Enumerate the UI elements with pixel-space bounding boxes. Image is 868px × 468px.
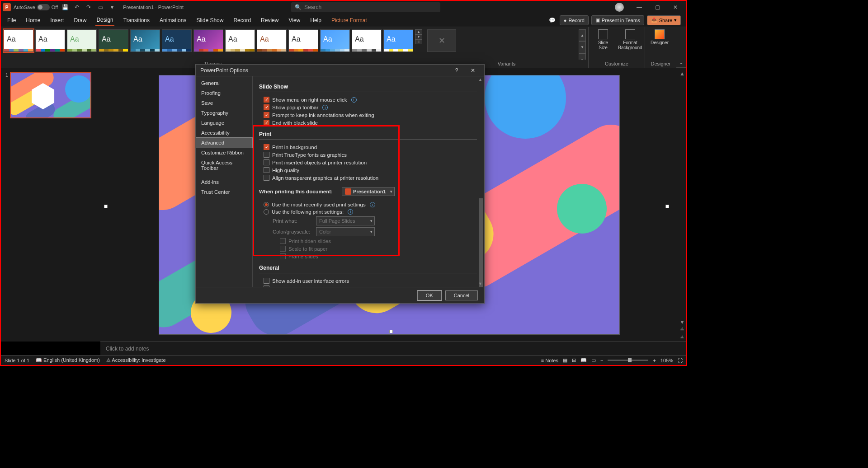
nav-trust[interactable]: Trust Center	[196, 187, 252, 197]
nav-language[interactable]: Language	[196, 118, 252, 128]
status-accessibility[interactable]: ⚠ Accessibility: Investigate	[106, 357, 166, 363]
dialog-scrollbar[interactable]: ▲ ▼	[477, 76, 484, 287]
zoom-slider[interactable]	[608, 360, 648, 361]
notes-pane[interactable]: Click to add notes	[100, 342, 686, 355]
view-sorter-icon[interactable]: ⊞	[572, 357, 576, 363]
redo-icon[interactable]: ↷	[84, 3, 93, 12]
nav-qat[interactable]: Quick Access Toolbar	[196, 158, 252, 173]
tab-animations[interactable]: Animations	[159, 15, 187, 25]
theme-thumb[interactable]: Aa	[288, 29, 318, 52]
tab-review[interactable]: Review	[260, 15, 279, 25]
theme-thumb[interactable]: Aa	[162, 29, 192, 52]
theme-thumb[interactable]: Aa	[383, 29, 413, 52]
tab-help[interactable]: Help	[309, 15, 322, 25]
theme-thumb[interactable]: Aa	[67, 29, 97, 52]
nav-save[interactable]: Save	[196, 98, 252, 108]
theme-thumb[interactable]: Aa	[193, 29, 223, 52]
document-combo[interactable]: Presentation1	[342, 187, 395, 196]
slide-thumbnail[interactable]	[10, 72, 91, 118]
maximize-button[interactable]: ▢	[648, 1, 666, 14]
theme-thumb[interactable]: Aa	[35, 29, 65, 52]
nav-customize-ribbon[interactable]: Customize Ribbon	[196, 148, 252, 158]
fit-window-icon[interactable]: ⛶	[678, 358, 683, 363]
user-avatar[interactable]	[615, 3, 624, 12]
radio-following-settings[interactable]	[264, 209, 269, 215]
tab-transitions[interactable]: Transitions	[123, 15, 151, 25]
tab-record[interactable]: Record	[232, 15, 252, 25]
collapse-ribbon-icon[interactable]: ⌄	[676, 57, 686, 67]
theme-thumb[interactable]: Aa	[130, 29, 160, 52]
autosave-toggle[interactable]	[37, 4, 50, 10]
save-icon[interactable]: 💾	[61, 3, 70, 12]
chk-high-quality[interactable]	[264, 167, 269, 173]
info-icon[interactable]: i	[322, 105, 328, 110]
variant-placeholder[interactable]: ✕	[427, 29, 456, 52]
chk-menu-right[interactable]: ✓	[264, 97, 269, 103]
themes-scroll[interactable]: ▲▼≡	[415, 29, 422, 44]
present-teams-button[interactable]: ▣ Present in Teams	[591, 15, 644, 25]
info-icon[interactable]: i	[348, 209, 353, 215]
nav-advanced[interactable]: Advanced	[196, 138, 252, 148]
tab-view[interactable]: View	[288, 15, 301, 25]
minimize-button[interactable]: —	[630, 1, 648, 14]
tab-insert[interactable]: Insert	[49, 15, 65, 25]
qat-dropdown-icon[interactable]: ▾	[108, 3, 117, 12]
view-normal-icon[interactable]: ▦	[563, 357, 567, 363]
nav-general[interactable]: General	[196, 78, 252, 88]
tab-home[interactable]: Home	[25, 15, 41, 25]
view-reading-icon[interactable]: 📖	[580, 357, 587, 363]
share-button[interactable]: 📤 Share ▾	[647, 15, 681, 25]
from-beginning-icon[interactable]: ▭	[96, 3, 105, 12]
chk-inserted[interactable]	[264, 159, 269, 165]
info-icon[interactable]: i	[351, 97, 357, 103]
tab-picture-format[interactable]: Picture Format	[330, 15, 368, 25]
tab-design[interactable]: Design	[95, 15, 114, 26]
theme-thumb[interactable]: Aa	[99, 29, 128, 52]
status-lang[interactable]: 📖 English (United Kingdom)	[36, 357, 100, 363]
chk-print-bg[interactable]: ✓	[264, 144, 269, 150]
chk-addin-errors[interactable]	[264, 278, 269, 284]
theme-thumb[interactable]: Aa	[225, 29, 255, 52]
cancel-button[interactable]: Cancel	[445, 290, 478, 300]
ok-button[interactable]: OK	[417, 290, 442, 300]
chk-frame-slides	[280, 253, 286, 259]
zoom-out-icon[interactable]: −	[600, 358, 603, 363]
nav-proofing[interactable]: Proofing	[196, 88, 252, 98]
theme-thumb[interactable]: Aa	[257, 29, 287, 52]
theme-thumb[interactable]: Aa	[352, 29, 382, 52]
autosave-state: Off	[52, 5, 58, 10]
nav-typography[interactable]: Typography	[196, 108, 252, 118]
chk-end-black[interactable]: ✓	[264, 120, 269, 126]
info-icon[interactable]: i	[370, 202, 375, 207]
comments-icon[interactable]: 💬	[548, 16, 557, 25]
chk-encrypted[interactable]	[264, 285, 269, 287]
chk-align-transparent[interactable]	[264, 175, 269, 181]
radio-recent-settings[interactable]	[264, 202, 269, 207]
designer-button[interactable]: Designer	[649, 29, 670, 45]
tab-file[interactable]: File	[6, 15, 17, 25]
dialog-help-icon[interactable]: ?	[450, 67, 463, 74]
theme-thumb[interactable]: Aa	[320, 29, 350, 52]
zoom-in-icon[interactable]: +	[653, 358, 656, 363]
close-button[interactable]: ✕	[666, 1, 684, 14]
theme-thumb[interactable]: Aa	[4, 29, 33, 52]
chk-prompt-ink[interactable]: ✓	[264, 112, 269, 118]
record-button[interactable]: ● Record	[560, 15, 589, 25]
dialog-close-icon[interactable]: ✕	[466, 67, 480, 74]
undo-icon[interactable]: ↶	[72, 3, 81, 12]
prev-slide-icon[interactable]: ≜	[680, 327, 684, 333]
chk-truetype[interactable]	[264, 152, 269, 158]
tab-draw[interactable]: Draw	[73, 15, 87, 25]
search-input[interactable]: 🔍 Search	[291, 2, 440, 12]
nav-accessibility[interactable]: Accessibility	[196, 128, 252, 138]
next-slide-icon[interactable]: ≜	[680, 335, 684, 342]
view-slideshow-icon[interactable]: ▭	[591, 357, 596, 363]
tab-slideshow[interactable]: Slide Show	[195, 15, 224, 25]
notes-button[interactable]: ≡ Notes	[541, 358, 558, 363]
customize-group-label: Customize	[589, 60, 645, 68]
nav-addins[interactable]: Add-ins	[196, 177, 252, 187]
scroll-down-icon[interactable]: ▼	[679, 319, 685, 325]
scroll-up-icon[interactable]: ▲	[679, 70, 685, 77]
zoom-value[interactable]: 105%	[660, 358, 673, 363]
chk-popup[interactable]: ✓	[264, 104, 269, 110]
